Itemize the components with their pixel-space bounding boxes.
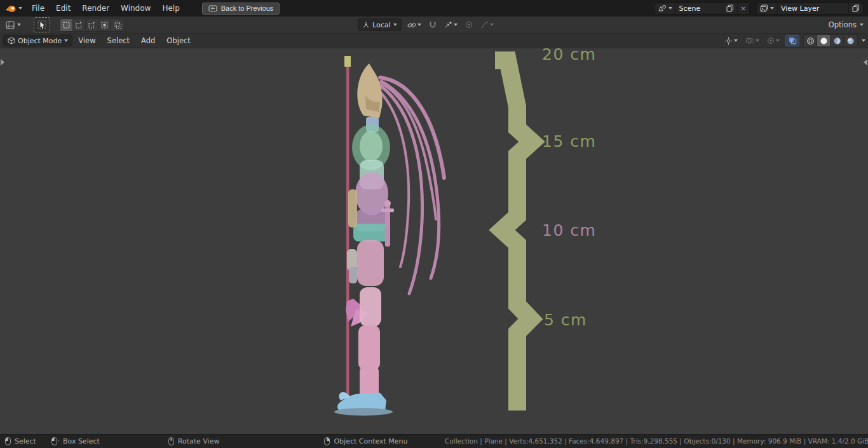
mode-dropdown[interactable]: Object Mode	[3, 35, 72, 46]
thigh-armor	[357, 240, 384, 286]
menu-help[interactable]: Help	[156, 0, 185, 17]
chevron-down-icon	[18, 7, 22, 10]
spear-shaft	[346, 66, 349, 412]
hint-label: Object Context Menu	[334, 437, 407, 445]
snap-toggle-button[interactable]	[427, 18, 438, 31]
arm-upper	[348, 189, 357, 227]
character-model-object[interactable]	[334, 56, 444, 416]
menu-file[interactable]: File	[26, 0, 50, 17]
close-icon: ✕	[741, 5, 746, 12]
chevron-down-icon	[393, 24, 397, 26]
cursor-arrow-icon	[37, 20, 46, 29]
hint-select: Select	[5, 437, 36, 445]
orientation-axes-icon	[362, 21, 370, 29]
duplicate-icon	[726, 4, 734, 12]
select-mode-subtract-button[interactable]	[86, 19, 98, 31]
chevron-down-icon	[17, 24, 21, 26]
snap-settings-dropdown[interactable]	[442, 18, 459, 31]
viewport-3d[interactable]: 20 cm 15 cm 10 cm 5 cm	[0, 48, 868, 434]
ruler-label-20cm: 20 cm	[542, 48, 596, 64]
chevron-down-icon	[417, 24, 421, 26]
xray-settings-dropdown[interactable]	[765, 34, 782, 47]
viewport-canvas[interactable]	[0, 48, 868, 434]
back-to-previous-label: Back to Previous	[221, 4, 274, 12]
select-mode-extend-button[interactable]	[73, 19, 86, 31]
shading-material-button[interactable]	[831, 35, 844, 46]
scene-statistics: Collection | Plane | Verts:4,651,352 | F…	[445, 435, 868, 448]
scale-ruler-object[interactable]	[495, 60, 532, 411]
shading-dropdown-chevron[interactable]	[862, 39, 865, 42]
ribbons	[379, 78, 444, 294]
editor-type-button[interactable]	[3, 18, 24, 32]
select-mode-invert-button[interactable]	[98, 19, 111, 31]
topbar-right-cluster: Scene ✕	[654, 3, 868, 15]
sidebar-expand-arrow[interactable]	[864, 59, 867, 65]
select-mode-group	[60, 18, 125, 32]
scene-name-field[interactable]: Scene	[676, 3, 723, 14]
viewport-header: Object Mode View Select Add Object	[0, 34, 868, 48]
shading-mode-group	[803, 34, 858, 47]
view-layer-name-field[interactable]: View Layer	[778, 3, 849, 14]
active-tool-select-box-button[interactable]	[34, 17, 50, 32]
select-mode-set-button[interactable]	[60, 19, 73, 31]
options-dropdown[interactable]: Options	[829, 17, 864, 33]
scene-selector: Scene ✕	[654, 3, 750, 15]
hint-box-select: Box Select	[51, 437, 100, 445]
menu-add[interactable]: Add	[135, 34, 161, 48]
mode-label: Object Mode	[18, 37, 62, 45]
back-to-previous-button[interactable]: Back to Previous	[202, 3, 280, 15]
falloff-curve-icon	[480, 21, 489, 29]
chevron-down-icon	[770, 7, 774, 10]
menu-window[interactable]: Window	[115, 0, 156, 17]
object-mode-cube-icon	[8, 37, 15, 44]
menu-view[interactable]: View	[72, 34, 101, 48]
proportional-circle-icon	[465, 21, 473, 29]
gizmos-dropdown[interactable]	[722, 34, 740, 47]
shading-rendered-button[interactable]	[844, 35, 857, 46]
hint-label: Box Select	[63, 437, 100, 445]
chevron-down-icon	[454, 24, 458, 26]
chevron-down-icon	[64, 39, 68, 42]
options-label: Options	[829, 20, 857, 29]
scene-browse-button[interactable]	[655, 3, 676, 14]
menu-select[interactable]: Select	[102, 34, 135, 48]
mouse-right-icon	[324, 437, 330, 445]
new-view-layer-button[interactable]	[849, 3, 863, 14]
hint-rotate-view: Rotate View	[168, 437, 220, 445]
chevron-down-icon	[668, 7, 672, 10]
xray-icon	[789, 37, 797, 44]
shoulder-aura-inner	[360, 131, 383, 161]
proportional-editing-toggle[interactable]	[463, 18, 475, 31]
proportional-falloff-dropdown[interactable]	[478, 18, 496, 31]
shading-solid-button[interactable]	[817, 35, 831, 46]
duplicate-icon	[852, 4, 860, 12]
menu-render[interactable]: Render	[76, 0, 115, 17]
figure-base	[334, 408, 393, 416]
ruler-label-10cm: 10 cm	[542, 221, 596, 240]
overlays-dropdown[interactable]	[743, 34, 761, 47]
snap-proportional-cluster: Local	[358, 17, 496, 33]
transform-orientation-dropdown[interactable]: Local	[358, 18, 402, 31]
toolbar-expand-arrow[interactable]	[1, 59, 4, 65]
hint-label: Rotate View	[178, 437, 220, 445]
select-mode-intersect-button[interactable]	[111, 19, 124, 31]
mouse-left-drag-icon	[51, 437, 59, 445]
chevron-down-icon	[776, 39, 780, 42]
toggle-xray-button[interactable]	[785, 35, 799, 46]
menu-object[interactable]: Object	[161, 34, 196, 48]
ruler-zigzag-bar[interactable]	[495, 60, 532, 411]
view-layer-selector: View Layer	[756, 3, 864, 15]
view-layer-browse-button[interactable]	[757, 3, 778, 14]
shading-wireframe-button[interactable]	[804, 35, 817, 46]
tool-settings-bar: Local	[0, 17, 868, 34]
chevron-down-icon	[860, 24, 864, 26]
transform-orientation-label: Local	[372, 21, 391, 29]
spear-tip	[344, 56, 351, 67]
snap-pair-dropdown[interactable]	[405, 18, 423, 31]
unlink-scene-button[interactable]: ✕	[738, 3, 749, 14]
app-menu-button[interactable]	[0, 4, 26, 13]
sash	[353, 224, 390, 241]
new-scene-button[interactable]	[723, 3, 738, 14]
menu-edit[interactable]: Edit	[50, 0, 76, 17]
blender-logo-icon	[5, 4, 16, 13]
